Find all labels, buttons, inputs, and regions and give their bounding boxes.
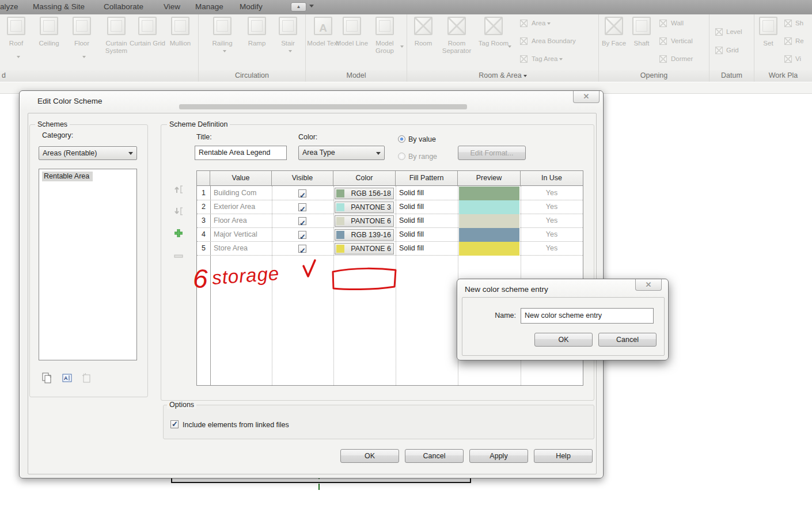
fill-pattern-cell[interactable]: Solid fill [396,228,458,242]
fill-pattern-cell[interactable]: Solid fill [396,242,458,256]
tag-room-button[interactable]: Tag Room [477,17,510,70]
move-up-icon [173,184,184,195]
visible-checkbox[interactable] [298,203,306,211]
by-range-radio[interactable] [398,153,405,160]
room-button[interactable]: Room [407,17,439,70]
panel-label-circulation[interactable]: Circulation [199,70,305,82]
room-separator-button[interactable]: Room Separator [441,17,473,70]
by-face-button[interactable]: By Face [599,17,628,70]
move-rows-up-button[interactable] [173,184,184,195]
value-cell[interactable]: Major Vertical [210,228,272,242]
panel-label-datum[interactable]: Datum [709,70,754,82]
visible-checkbox[interactable] [298,231,306,239]
grid-button[interactable]: Grid [726,47,739,54]
wall-opening-button[interactable]: Wall [671,20,684,26]
shaft-button[interactable]: Shaft [627,17,656,70]
color-button[interactable]: PANTONE 6 [335,243,394,254]
rename-scheme-button[interactable]: A [62,372,73,383]
value-cell[interactable]: Exterior Area [210,200,272,214]
ramp-button[interactable]: Ramp [241,17,273,70]
roof-button[interactable]: Roof [0,17,32,70]
railing-button[interactable]: Railing [206,17,238,70]
dropdown-caret-icon [82,56,86,58]
model-group-button[interactable]: Model Group [369,17,401,70]
color-button[interactable]: PANTONE 3 [335,202,394,213]
name-input[interactable]: New color scheme entry [521,308,654,324]
color-button[interactable]: RGB 156-18 [335,188,394,199]
value-cell[interactable]: Building Com [210,187,272,200]
show-button[interactable]: Sh [795,20,803,26]
col-header-in-use[interactable]: In Use [521,171,583,186]
curtain-system-button[interactable]: Curtain System [100,17,132,70]
col-header-color[interactable]: Color [333,171,396,186]
delete-scheme-button[interactable] [82,372,92,383]
value-cell[interactable]: Store Area [210,242,272,256]
close-button[interactable]: ✕ [635,279,662,291]
scheme-list[interactable]: Rentable Area [39,169,137,360]
fill-pattern-cell[interactable]: Solid fill [396,214,458,228]
panel-room-area: Room Room Separator Tag Room Area Area B… [407,14,599,82]
annotation-word: storage [211,263,280,288]
curtain-grid-button[interactable]: Curtain Grid [131,17,164,70]
vertical-opening-button[interactable]: Vertical [671,37,693,44]
visible-checkbox[interactable] [298,245,306,253]
color-button[interactable]: RGB 139-16 [335,229,394,241]
set-button[interactable]: Set [756,17,781,70]
model-line-button[interactable]: Model Line [336,17,368,70]
visible-checkbox[interactable] [298,217,306,225]
fill-pattern-cell[interactable]: Solid fill [396,187,458,200]
level-button[interactable]: Level [726,28,742,35]
col-header-preview[interactable]: Preview [458,171,521,186]
color-dropdown[interactable]: Area Type [298,146,385,160]
include-linked-files-checkbox[interactable] [170,420,179,428]
remove-value-button[interactable] [174,250,184,255]
floor-button[interactable]: Floor [66,17,98,70]
stair-button[interactable]: Stair [272,17,304,70]
ribbon-collapse-caret-icon[interactable] [309,5,314,7]
area-boundary-button[interactable]: Area Boundary [532,37,576,44]
visible-checkbox[interactable] [298,189,306,197]
dormer-opening-button[interactable]: Dormer [671,55,693,62]
panel-label-room-area[interactable]: Room & Area [407,70,598,82]
tag-area-button[interactable]: Tag Area [532,55,563,62]
col-header-visible[interactable]: Visible [272,171,333,186]
by-value-radio[interactable] [398,135,405,143]
panel-label-model[interactable]: Model [306,70,407,82]
mullion-button[interactable]: Mullion [164,17,196,70]
preview-band [459,200,519,214]
cancel-button[interactable]: Cancel [598,333,657,347]
color-button[interactable]: PANTONE 6 [335,215,394,227]
set-work-plane-icon [759,17,777,35]
viewer-button[interactable]: Vi [795,55,801,62]
ceiling-button[interactable]: Ceiling [33,17,65,70]
edit-format-button[interactable]: Edit Format... [458,146,526,160]
scheme-list-item-selected[interactable]: Rentable Area [42,172,93,181]
panel-label-opening[interactable]: Opening [599,70,709,82]
tab-view[interactable]: View [164,2,180,11]
tab-massing-site[interactable]: Massing & Site [33,2,85,11]
move-rows-down-button[interactable] [173,206,184,216]
ok-button[interactable]: OK [340,449,399,463]
panel-label-build[interactable]: d [0,70,198,82]
value-cell[interactable]: Floor Area [210,214,272,228]
ok-button[interactable]: OK [534,333,593,347]
tab-modify[interactable]: Modify [240,2,263,11]
apply-button[interactable]: Apply [469,449,528,463]
area-button[interactable]: Area [532,20,551,26]
fill-pattern-cell[interactable]: Solid fill [396,200,458,214]
tab-analyze[interactable]: alyze [0,2,18,11]
title-input[interactable]: Rentable Area Legend [195,146,287,160]
ribbon-collapse-icon[interactable]: ▲ [291,2,306,12]
add-value-button[interactable] [173,228,184,238]
ref-plane-button[interactable]: Re [795,37,804,44]
panel-label-work-plane[interactable]: Work Pla [754,70,812,82]
col-header-value[interactable]: Value [210,171,272,186]
col-header-fill-pattern[interactable]: Fill Pattern [396,171,458,186]
duplicate-scheme-button[interactable] [42,372,52,383]
cancel-button[interactable]: Cancel [405,449,464,463]
tab-collaborate[interactable]: Collaborate [104,2,143,11]
close-button[interactable]: ✕ [573,91,599,103]
category-dropdown[interactable]: Areas (Rentable) [39,146,137,160]
help-button[interactable]: Help [534,449,593,463]
tab-manage[interactable]: Manage [195,2,223,11]
